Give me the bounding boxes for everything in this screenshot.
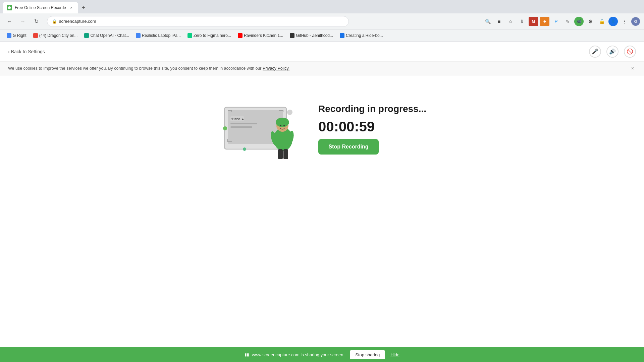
back-to-settings-link[interactable]: ‹ Back to Settings — [8, 49, 45, 54]
forward-button[interactable]: → — [17, 16, 28, 27]
bookmark-item[interactable]: (44) Dragon City on... — [31, 32, 80, 39]
stop-sharing-button[interactable]: Stop sharing — [350, 350, 385, 359]
menu-icon[interactable]: ⋮ — [620, 17, 629, 26]
privacy-policy-link[interactable]: Privacy Policy. — [263, 66, 289, 71]
svg-text:▶: ▶ — [242, 118, 244, 121]
svg-point-0 — [8, 6, 11, 9]
svg-rect-17 — [278, 149, 283, 159]
bookmark-favicon — [84, 33, 89, 38]
svg-point-14 — [276, 118, 289, 127]
bookmark-label: Zero to Figma hero... — [194, 33, 231, 38]
lock-icon: 🔒 — [52, 19, 57, 24]
sharing-info: ▮▮ www.screencapture.com is sharing your… — [245, 352, 344, 357]
svg-text:REC: REC — [234, 118, 240, 121]
address-bar[interactable]: 🔒 screencapture.com — [47, 16, 349, 27]
active-tab[interactable]: Free Online Screen Recorde × — [3, 2, 78, 13]
bookmark-item[interactable]: GitHub - Zenithcod... — [287, 32, 336, 39]
bookmark-label: (44) Dragon City on... — [39, 33, 78, 38]
bookmark-favicon — [33, 33, 38, 38]
recording-illustration: REC ▶ — [218, 102, 298, 156]
toolbar-right: 🔍 ■ ☆ ⇩ M ◆ P ✎ 📹 ⚙ 🔓 👤 ⋮ G — [483, 17, 640, 26]
tab-title: Free Online Screen Recorde — [15, 5, 66, 10]
ext6-icon[interactable]: ⚙ — [586, 17, 595, 26]
app-header: ‹ Back to Settings 🎤 🔊 🚫 — [0, 42, 644, 62]
new-tab-button[interactable]: + — [79, 3, 88, 12]
ext4-icon[interactable]: ✎ — [563, 17, 572, 26]
ext3-icon[interactable]: P — [551, 17, 561, 26]
bookmark-item[interactable]: Zero to Figma hero... — [185, 32, 234, 39]
bookmark-favicon — [238, 33, 243, 38]
bookmark-item[interactable]: Realistic Laptop iPa... — [133, 32, 183, 39]
bookmark-favicon — [136, 33, 141, 38]
hide-button[interactable]: Hide — [390, 352, 399, 357]
bookmark-icon[interactable]: ☆ — [506, 17, 515, 26]
screen-sharing-bar: ▮▮ www.screencapture.com is sharing your… — [0, 347, 644, 362]
download-icon[interactable]: ⇩ — [517, 17, 527, 26]
toolbar: ← → ↻ 🔒 screencapture.com 🔍 ■ ☆ ⇩ M ◆ P … — [0, 13, 644, 29]
bookmark-favicon — [340, 33, 344, 38]
recording-info: Recording in progress... 00:00:59 Stop R… — [318, 104, 426, 155]
profile-avatar[interactable]: G — [631, 17, 640, 26]
bookmark-label: G Right — [13, 33, 26, 38]
tab-favicon — [7, 5, 12, 10]
bookmark-item[interactable]: Ravinders Kitchen 1... — [235, 32, 286, 39]
mic-icon-button[interactable]: 🎤 — [589, 46, 601, 58]
speaker-icon-button[interactable]: 🔊 — [606, 46, 619, 58]
bookmarks-bar: G Right (44) Dragon City on... Chat Open… — [0, 29, 644, 42]
cookie-text: We use cookies to improve the services w… — [8, 66, 289, 71]
illustration-svg: REC ▶ — [218, 102, 302, 163]
bookmark-label: Ravinders Kitchen 1... — [244, 33, 283, 38]
cookie-banner: We use cookies to improve the services w… — [0, 62, 644, 75]
back-arrow-icon: ‹ — [8, 49, 10, 54]
page-content: ‹ Back to Settings 🎤 🔊 🚫 We use cookies … — [0, 42, 644, 362]
bookmark-item[interactable]: Chat OpenAI - Chat... — [82, 32, 131, 39]
ext1-icon[interactable]: M — [529, 17, 538, 26]
ext7-icon[interactable]: 🔓 — [597, 17, 606, 26]
svg-point-4 — [231, 118, 233, 120]
svg-rect-8 — [230, 126, 252, 128]
stop-recording-button[interactable]: Stop Recording — [318, 139, 379, 155]
svg-point-20 — [283, 125, 285, 126]
search-icon[interactable]: 🔍 — [483, 17, 492, 26]
recording-timer: 00:00:59 — [318, 120, 426, 134]
svg-point-11 — [287, 110, 292, 115]
ext8-icon[interactable]: 👤 — [608, 17, 618, 26]
refresh-button[interactable]: ↻ — [31, 16, 42, 27]
extensions-icon[interactable]: ■ — [494, 17, 504, 26]
bookmark-label: Chat OpenAI - Chat... — [90, 33, 129, 38]
cookie-close-button[interactable]: × — [629, 65, 636, 72]
bookmark-favicon — [7, 33, 11, 38]
recording-section: REC ▶ — [0, 75, 644, 183]
ext2-icon[interactable]: ◆ — [540, 17, 549, 26]
pause-icon: ▮▮ — [245, 352, 249, 357]
bookmark-label: Creating a Ride-bo... — [346, 33, 383, 38]
recording-status-text: Recording in progress... — [318, 104, 426, 114]
back-button[interactable]: ← — [4, 16, 15, 27]
svg-rect-7 — [230, 123, 257, 124]
bookmark-favicon — [290, 33, 294, 38]
svg-point-19 — [280, 125, 281, 126]
url-text: screencapture.com — [59, 19, 96, 24]
header-icons: 🎤 🔊 🚫 — [589, 46, 636, 58]
forbidden-icon-button[interactable]: 🚫 — [624, 46, 636, 58]
browser-frame: Free Online Screen Recorde × + ← → ↻ 🔒 s… — [0, 0, 644, 362]
svg-rect-18 — [283, 149, 288, 159]
bookmark-label: GitHub - Zenithcod... — [296, 33, 333, 38]
tab-bar: Free Online Screen Recorde × + — [0, 0, 644, 13]
back-link-label: Back to Settings — [11, 49, 45, 54]
svg-point-9 — [223, 126, 227, 130]
ext5-icon[interactable]: 📹 — [574, 17, 584, 26]
svg-point-10 — [243, 147, 246, 151]
bookmark-item[interactable]: Creating a Ride-bo... — [337, 32, 386, 39]
bookmark-label: Realistic Laptop iPa... — [142, 33, 181, 38]
bookmark-favicon — [187, 33, 192, 38]
bookmark-item[interactable]: G Right — [4, 32, 29, 39]
sharing-info-text: www.screencapture.com is sharing your sc… — [252, 352, 344, 357]
tab-close-button[interactable]: × — [69, 5, 74, 10]
